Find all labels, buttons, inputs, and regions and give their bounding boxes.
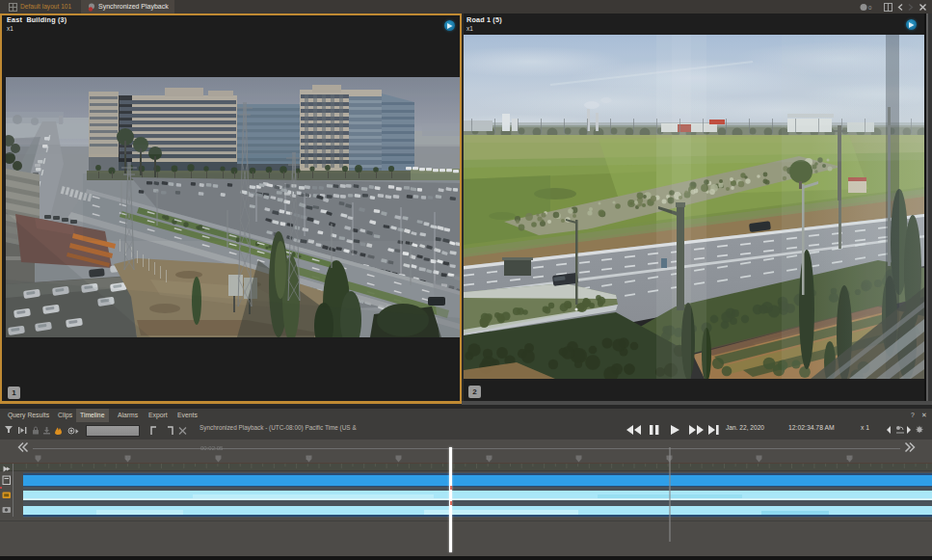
svg-text:0: 0 xyxy=(868,5,872,11)
